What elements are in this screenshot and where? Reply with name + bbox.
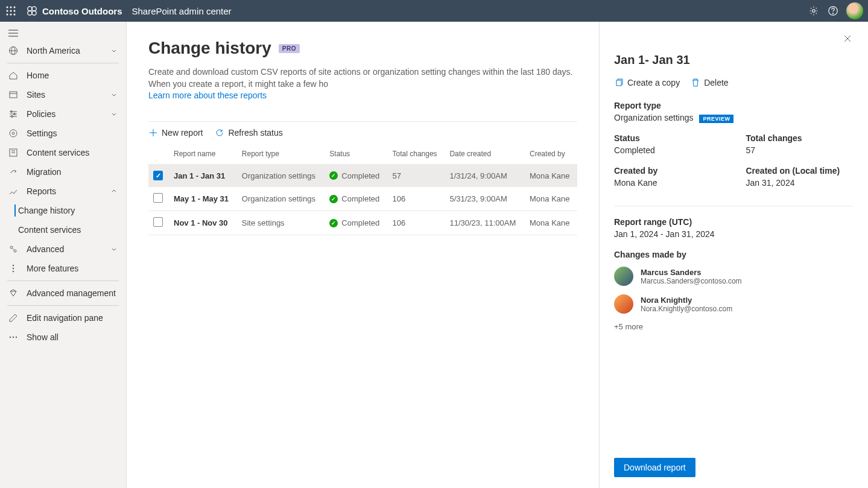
- svg-point-4: [10, 10, 12, 12]
- status-cell: Completed: [329, 218, 382, 227]
- sites-icon: [8, 90, 18, 100]
- svg-point-15: [832, 13, 833, 14]
- settings-icon[interactable]: [804, 1, 823, 21]
- top-bar: Contoso Outdoors SharePoint admin center: [0, 0, 868, 22]
- new-report-button[interactable]: New report: [148, 128, 203, 138]
- report-range-value: Jan 1, 2024 - Jan 31, 2024: [614, 229, 854, 239]
- person-email: Nora.Knightly@contoso.com: [641, 305, 732, 313]
- col-report-name[interactable]: Report name: [169, 144, 237, 165]
- details-panel: Jan 1- Jan 31 Create a copy Delete Repor…: [599, 22, 868, 488]
- globe-icon: [8, 46, 18, 55]
- home-icon: [8, 71, 18, 80]
- nav-more-features[interactable]: More features: [0, 259, 126, 278]
- date-created-cell: 5/31/23, 9:00AM: [445, 187, 525, 211]
- chevron-down-icon: [110, 246, 118, 253]
- created-by-label: Created by: [614, 166, 722, 176]
- created-on-value: Jan 31, 2024: [746, 178, 854, 188]
- org-logo: Contoso Outdoors: [27, 5, 122, 16]
- table-row[interactable]: Nov 1 - Nov 30 Site settings Completed 1…: [148, 211, 577, 235]
- table-row[interactable]: May 1 - May 31 Organization settings Com…: [148, 187, 577, 211]
- reports-icon: [8, 186, 18, 196]
- svg-point-5: [14, 10, 16, 12]
- page-content: Change history PRO Create and download c…: [127, 22, 599, 488]
- nav-reports[interactable]: Reports: [0, 182, 126, 201]
- svg-line-37: [13, 249, 14, 250]
- svg-rect-22: [10, 92, 17, 98]
- nav-change-history[interactable]: Change history: [0, 201, 126, 220]
- row-checkbox[interactable]: [153, 171, 163, 180]
- more-people-link[interactable]: +5 more: [614, 322, 854, 331]
- created-by-cell: Mona Kane: [525, 164, 577, 187]
- col-created-by[interactable]: Created by: [525, 144, 577, 165]
- status-cell: Completed: [329, 171, 382, 180]
- status-completed-icon: [329, 171, 338, 180]
- migration-icon: [8, 167, 18, 177]
- created-by-cell: Mona Kane: [525, 211, 577, 235]
- download-report-button[interactable]: Download report: [614, 458, 695, 477]
- nav-policies[interactable]: Policies: [0, 104, 126, 124]
- app-launcher-icon[interactable]: [5, 5, 17, 17]
- refresh-status-button[interactable]: Refresh status: [215, 128, 282, 138]
- person-avatar: [614, 267, 633, 286]
- nav-edit-navigation[interactable]: Edit navigation pane: [0, 308, 126, 328]
- nav-home[interactable]: Home: [0, 66, 126, 85]
- close-panel-button[interactable]: [841, 33, 854, 45]
- nav-sites[interactable]: Sites: [0, 85, 126, 104]
- total-changes-value: 57: [746, 145, 854, 155]
- policies-icon: [8, 109, 18, 119]
- report-name: Jan 1 - Jan 31: [174, 171, 225, 180]
- delete-icon: [691, 78, 700, 87]
- row-checkbox[interactable]: [153, 193, 163, 203]
- svg-point-12: [32, 11, 36, 15]
- report-type-value: Organization settings PREVIEW: [614, 113, 854, 122]
- col-total-changes[interactable]: Total changes: [388, 144, 445, 165]
- nav-show-all[interactable]: Show all: [0, 328, 126, 347]
- user-avatar[interactable]: [846, 2, 863, 19]
- panel-title: Jan 1- Jan 31: [614, 53, 854, 67]
- total-changes-cell: 106: [388, 211, 445, 235]
- svg-point-30: [12, 132, 14, 135]
- changes-made-by-label: Changes made by: [614, 250, 854, 259]
- date-created-cell: 11/30/23, 11:00AM: [445, 211, 525, 235]
- col-status[interactable]: Status: [325, 144, 387, 165]
- person-avatar: [614, 294, 633, 314]
- svg-point-3: [7, 10, 8, 12]
- preview-badge: PREVIEW: [699, 115, 733, 123]
- person-row: Marcus Sanders Marcus.Sanders@contoso.co…: [614, 267, 854, 286]
- help-icon[interactable]: [823, 1, 843, 21]
- row-checkbox[interactable]: [153, 217, 163, 227]
- gear-icon: [8, 128, 18, 138]
- svg-point-11: [28, 11, 32, 15]
- total-changes-cell: 106: [388, 187, 445, 211]
- report-type-cell: Organization settings: [237, 164, 325, 187]
- nav-migration[interactable]: Migration: [0, 162, 126, 182]
- report-type-cell: Organization settings: [237, 187, 325, 211]
- col-date-created[interactable]: Date created: [445, 144, 525, 165]
- svg-point-9: [28, 7, 32, 11]
- edit-icon: [8, 313, 18, 323]
- chevron-down-icon: [110, 110, 118, 118]
- person-name: Nora Knightly: [641, 296, 732, 305]
- nav-content-services[interactable]: Content services: [0, 143, 126, 162]
- person-name: Marcus Sanders: [641, 268, 742, 277]
- learn-more-link[interactable]: Learn more about these reports: [148, 90, 267, 100]
- nav-reports-content-services[interactable]: Content services: [0, 220, 126, 239]
- nav-advanced[interactable]: Advanced: [0, 239, 126, 259]
- report-type-label: Report type: [614, 101, 854, 110]
- app-name: SharePoint admin center: [131, 6, 231, 16]
- more-horizontal-icon: [8, 332, 18, 342]
- table-row[interactable]: Jan 1 - Jan 31 Organization settings Com…: [148, 164, 577, 187]
- svg-point-6: [7, 14, 8, 16]
- report-range-label: Report range (UTC): [614, 217, 854, 227]
- nav-settings[interactable]: Settings: [0, 124, 126, 143]
- status-completed-icon: [329, 219, 338, 227]
- nav-region-selector[interactable]: North America: [0, 41, 126, 60]
- status-cell: Completed: [329, 194, 382, 203]
- created-by-cell: Mona Kane: [525, 187, 577, 211]
- total-changes-label: Total changes: [746, 133, 854, 143]
- col-report-type[interactable]: Report type: [237, 144, 325, 165]
- delete-button[interactable]: Delete: [691, 78, 728, 87]
- nav-advanced-management[interactable]: Advanced management: [0, 284, 126, 303]
- create-copy-button[interactable]: Create a copy: [614, 78, 680, 87]
- nav-collapse-icon[interactable]: [0, 25, 126, 41]
